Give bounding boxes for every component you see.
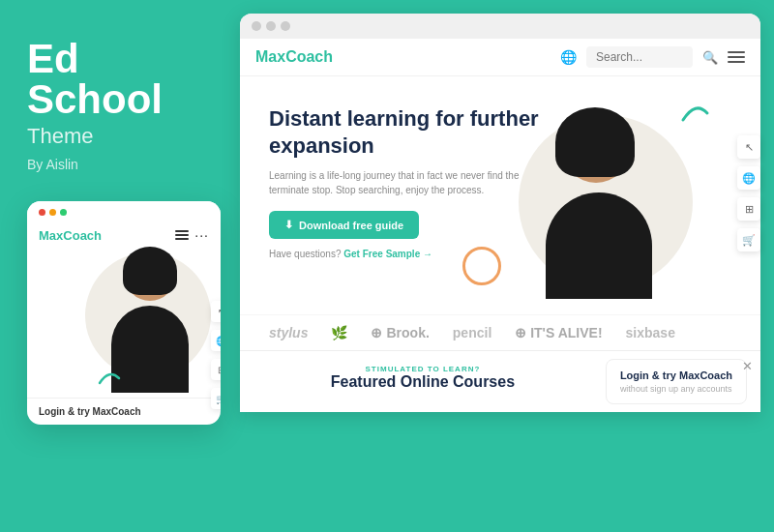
nav-right: 🌐 🔍: [559, 46, 745, 68]
mobile-sidebar-icons: ↖ 🌐 ⊞ 🛒: [211, 301, 221, 409]
mobile-card-footer: Login & try MaxCoach: [27, 398, 221, 425]
bs-cart-icon: 🛒: [737, 228, 760, 251]
mobile-cursor-icon: ↖: [211, 301, 221, 322]
mobile-hamburger-icon[interactable]: [175, 230, 189, 240]
mobile-image-section: ↖ 🌐 ⊞ 🛒: [27, 243, 221, 398]
mobile-cart-icon: 🛒: [211, 388, 221, 409]
mobile-layers-icon: ⊞: [211, 359, 221, 380]
login-card-title: Login & try MaxCoach: [620, 369, 732, 381]
brands-section: stylus 🌿 ⊕ Brook. pencil ⊕ IT'S ALIVE! s…: [240, 314, 760, 350]
mobile-preview-card: MaxCoach ··· ↖: [27, 201, 221, 425]
download-icon: ⬇: [284, 219, 293, 231]
bs-layers-icon: ⊞: [737, 197, 760, 221]
search-icon[interactable]: 🔍: [702, 50, 718, 65]
browser-window: MaxCoach 🌐 🔍 ↖ 🌐 ⊞ 🛒: [240, 14, 760, 412]
deco-curve-hero: [678, 96, 712, 125]
person-hair: [123, 247, 177, 295]
free-sample-link[interactable]: Get Free Sample →: [343, 249, 432, 259]
left-panel: Ed School Theme By Aislin MaxCoach: [0, 0, 240, 532]
hero-title: Distant learning for further expansion: [269, 105, 540, 159]
browser-dot-3: [281, 21, 290, 31]
brand-tree: 🌿: [331, 325, 347, 340]
featured-label: STIMULATED TO LEARN?: [259, 365, 586, 373]
hamburger-icon[interactable]: [728, 51, 745, 63]
brand-sixbase: sixbase: [626, 325, 675, 340]
hero-description: Learning is a life-long journey that in …: [269, 168, 540, 197]
hero-image-area: [540, 105, 693, 299]
bottom-bar: STIMULATED TO LEARN? Featured Online Cou…: [240, 350, 760, 412]
hero-person-hair: [555, 107, 635, 177]
title-ed: Ed: [27, 39, 213, 79]
hero-section: Distant learning for further expansion L…: [240, 76, 760, 314]
deco-orange-circle: [462, 247, 501, 285]
browser-sidebar-icons: ↖ 🌐 ⊞ 🛒: [737, 135, 760, 251]
mobile-dot-yellow: [49, 209, 56, 216]
login-card-sub: without sign up any accounts: [620, 384, 732, 394]
mobile-globe-icon: 🌐: [211, 330, 221, 351]
brand-pencil: pencil: [453, 325, 491, 340]
title-block: Ed School Theme By Aislin: [27, 39, 213, 195]
login-card[interactable]: Login & try MaxCoach without sign up any…: [606, 359, 747, 404]
brand-alive: ⊕ IT'S ALIVE!: [515, 325, 602, 340]
featured-courses-section: STIMULATED TO LEARN? Featured Online Cou…: [240, 351, 606, 412]
browser-traffic-lights: [252, 21, 290, 31]
brand-logo: MaxCoach: [255, 48, 333, 66]
brand-stylus: stylus: [269, 325, 308, 340]
hero-text: Distant learning for further expansion L…: [269, 105, 540, 259]
by-author: By Aislin: [27, 157, 213, 172]
mobile-nav: ···: [175, 227, 209, 243]
download-guide-button[interactable]: ⬇ Download free guide: [269, 211, 419, 239]
browser-chrome: [240, 14, 760, 39]
globe-icon[interactable]: 🌐: [559, 48, 577, 66]
mobile-logo: MaxCoach: [39, 228, 102, 243]
mobile-dot-red: [39, 209, 45, 216]
deco-curve-mobile: [95, 364, 124, 388]
featured-title: Featured Online Courses: [259, 373, 586, 391]
mobile-traffic-lights: [39, 209, 67, 216]
browser-dot-2: [266, 21, 276, 31]
close-icon[interactable]: ✕: [742, 359, 753, 373]
browser-content: Distant learning for further expansion L…: [240, 76, 760, 412]
mobile-more-icon[interactable]: ···: [194, 227, 209, 243]
brand-brook: ⊕ Brook.: [371, 325, 429, 340]
bs-cursor-icon: ↖: [737, 135, 760, 159]
mobile-top-bar: [27, 201, 221, 222]
browser-navbar: MaxCoach 🌐 🔍: [240, 39, 760, 76]
search-input[interactable]: [586, 46, 693, 68]
subtitle-theme: Theme: [27, 124, 213, 149]
hero-person: [519, 105, 683, 299]
browser-dot-1: [252, 21, 261, 31]
mobile-dot-green: [60, 209, 67, 216]
bs-globe-icon: 🌐: [737, 166, 760, 190]
title-school: School: [27, 79, 213, 120]
browser-wrapper: MaxCoach 🌐 🔍 ↖ 🌐 ⊞ 🛒: [240, 0, 774, 532]
hero-person-body: [546, 192, 652, 299]
